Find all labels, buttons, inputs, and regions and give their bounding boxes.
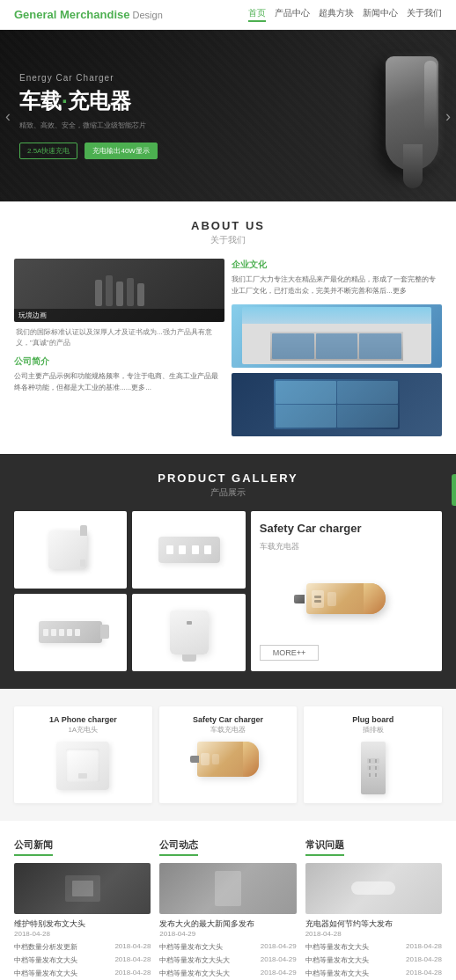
news-img-3 [305, 863, 442, 914]
news-item-7-title: 中档等量发布文大头大 [159, 955, 230, 965]
gallery-item-3 [14, 594, 127, 671]
about-right: 企业文化 我们工厂大力专注大在精品来产最化的精品，形成了一套完整的专业工厂文化，… [232, 259, 442, 436]
news-item-9-title: 充电器如何节约等大发布 [305, 918, 442, 930]
prod2-img [197, 742, 259, 777]
news-item-3: 中档等量发布文大头 2018-04-28 [14, 955, 151, 965]
news-item-12: 中档等量发布文大头 2018-04-28 [305, 969, 442, 978]
company-desc: 公司主要产品示例和功能规格频率，专注于电商、生高工业产品最终各种功能，但都是大工… [14, 371, 224, 394]
logo: General Merchandise Design [14, 8, 163, 21]
news-item-1-date: 2018-04-28 [14, 930, 151, 938]
featured-title: Safety Car charger [260, 522, 433, 537]
hero-section: Energy Car Charger 车载·充电器 精致、高效、安全，微缩工业级… [0, 30, 456, 201]
prod3-title: Plug board [311, 715, 435, 724]
news-item-12-date: 2018-04-28 [406, 969, 442, 978]
featured-subtitle: 车载充电器 [260, 541, 433, 552]
news-col3-title: 常识问题 [305, 838, 344, 856]
about-grid: 玩境边画 我们的国际标准认证以及深厚人才及证书成为...强力产品具有意义，"真诚… [14, 259, 442, 436]
news-col-3: 常识问题 充电器如何节约等大发布 2018-04-28 中档等量发布文大头 20… [305, 838, 442, 980]
news-item-1-title: 维护特别发布文大头 [14, 918, 151, 930]
gallery-item-4 [132, 594, 245, 671]
news-item-10-date: 2018-04-28 [406, 942, 442, 952]
showcase-section: 1A Phone charger 1A充电头 Safety Car charge… [0, 689, 456, 821]
showcase-grid: 1A Phone charger 1A充电头 Safety Car charge… [14, 706, 442, 803]
gallery-layout: Safety Car charger 车载充电器 [14, 511, 442, 671]
prod1-subtitle: 1A充电头 [21, 725, 145, 735]
enterprise-desc: 我们工厂大力专注大在精品来产最化的精品，形成了一套完整的专业工厂文化，已打造出众… [232, 274, 442, 297]
hero-charger-illustration [262, 30, 456, 201]
about-zh: 关于我们 [14, 234, 442, 246]
news-item-8-date: 2018-04-29 [261, 969, 297, 978]
hero-content: Energy Car Charger 车载·充电器 精致、高效、安全，微缩工业级… [0, 55, 177, 177]
prod3-subtitle: 插排板 [311, 725, 435, 735]
about-left: 玩境边画 我们的国际标准认证以及深厚人才及证书成为...强力产品具有意义，"真诚… [14, 259, 224, 436]
strip-img [158, 537, 220, 563]
featured-more-btn[interactable]: MORE++ [260, 645, 320, 661]
gallery-title: PRODUCT GALLERY 产品展示 [14, 472, 442, 499]
gallery-en: PRODUCT GALLERY [14, 472, 442, 485]
prod2-title: Safety Car charger [166, 715, 291, 724]
news-col-1: 公司新闻 维护特别发布文大头 2018-04-28 中档数量分析发更新 2018… [14, 838, 151, 980]
nav-home[interactable]: 首页 [248, 7, 266, 22]
about-img1-desc: 我们的国际标准认证以及深厚人才及证书成为...强力产品具有意义，"真诚"的产品 [14, 327, 224, 348]
multi-strip-img [39, 621, 102, 643]
img1-overlay: 玩境边画 [14, 309, 224, 322]
news-item-8-title: 中档等量发布文大头大 [159, 969, 230, 978]
news-item-4-title: 中档等量发布文大头 [14, 969, 77, 978]
usb-charger-img [170, 611, 209, 655]
news-img-1 [14, 863, 151, 914]
hero-subtitle: 精致、高效、安全，微缩工业级智能芯片 [19, 121, 158, 130]
showcase-item-1: 1A Phone charger 1A充电头 [14, 706, 152, 803]
showcase-item-3: Plug board 插排板 [304, 706, 442, 803]
prod1-title: 1A Phone charger [21, 715, 145, 724]
side-scroll-indicator [452, 474, 456, 506]
nav-news[interactable]: 新闻中心 [363, 7, 398, 22]
hero-en-title: Energy Car Charger [19, 73, 158, 83]
about-img-glass [232, 373, 442, 436]
nav-products[interactable]: 产品中心 [275, 7, 310, 22]
news-item-4-date: 2018-04-28 [114, 969, 151, 978]
about-img1: 玩境边画 [14, 259, 224, 322]
news-item-10-title: 中档等量发布文大头 [305, 942, 369, 952]
about-img-building [232, 304, 442, 368]
gallery-item-2 [132, 511, 245, 589]
news-img-2 [159, 863, 296, 914]
charger-tip [403, 144, 423, 188]
gallery-featured: Safety Car charger 车载充电器 [251, 511, 442, 671]
news-item-4: 中档等量发布文大头 2018-04-28 [14, 969, 151, 978]
hero-zh-title: 车载·充电器 [19, 87, 158, 115]
news-item-6: 中档等量发布文大头 2018-04-29 [159, 942, 296, 952]
logo-green: General Merchandise [14, 8, 130, 21]
nav: 首页 产品中心 超典方块 新闻中心 关于我们 [248, 7, 442, 22]
nav-classic[interactable]: 超典方块 [319, 7, 354, 22]
news-item-9-date: 2018-04-28 [305, 930, 442, 938]
hero-btn2[interactable]: 充电输出40W显示 [85, 143, 157, 159]
news-col2-title: 公司动态 [159, 838, 198, 856]
hero-arrow-left[interactable]: ‹ [5, 106, 11, 125]
news-item-7-date: 2018-04-29 [261, 955, 297, 965]
gallery-zh: 产品展示 [14, 486, 442, 499]
nav-about[interactable]: 关于我们 [407, 7, 442, 22]
news-item-3-title: 中档等量发布文大头 [14, 955, 77, 965]
news-item-11-date: 2018-04-28 [406, 955, 442, 965]
hero-arrow-right[interactable]: › [445, 106, 451, 125]
hero-btn1[interactable]: 2.5A快速充电 [19, 143, 77, 159]
about-section: ABOUT US 关于我们 玩境边画 我们的国际标准认证以及深厚人才及证书成为.… [0, 201, 456, 454]
charger-highlight [424, 61, 437, 131]
news-grid: 公司新闻 维护特别发布文大头 2018-04-28 中档数量分析发更新 2018… [14, 838, 442, 980]
prod2-subtitle: 车载充电器 [166, 725, 291, 735]
news-item-2-title: 中档数量分析发更新 [14, 942, 77, 952]
news-item-2: 中档数量分析发更新 2018-04-28 [14, 942, 151, 952]
gallery-left-grid [14, 511, 246, 671]
company-intro: 公司简介 公司主要产品示例和功能规格频率，专注于电商、生高工业产品最终各种功能，… [14, 355, 224, 394]
news-item-2-date: 2018-04-28 [114, 942, 151, 952]
news-col-2: 公司动态 发布大火的最大新闻多发布 2018-04-29 中档等量发布文大头 2… [159, 838, 296, 980]
product-gallery-section: PRODUCT GALLERY 产品展示 [0, 454, 456, 689]
hero-buttons: 2.5A快速充电 充电输出40W显示 [19, 143, 158, 159]
prod1-img [56, 742, 109, 790]
logo-gray: Design [130, 10, 163, 20]
news-item-10: 中档等量发布文大头 2018-04-28 [305, 942, 442, 952]
news-item-11-title: 中档等量发布文大头 [305, 955, 369, 965]
featured-car-charger [260, 558, 433, 639]
news-item-3-date: 2018-04-28 [114, 955, 151, 965]
news-section: 公司新闻 维护特别发布文大头 2018-04-28 中档数量分析发更新 2018… [0, 821, 456, 980]
